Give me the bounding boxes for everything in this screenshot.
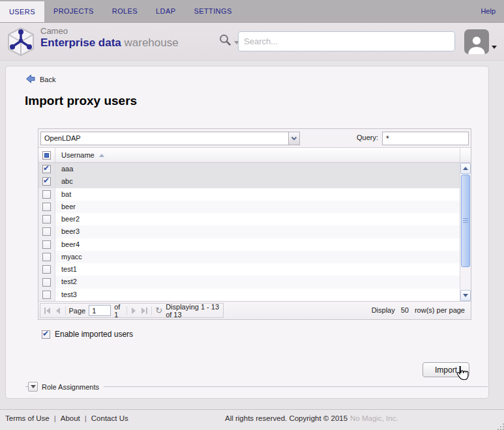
- last-page-button[interactable]: [141, 306, 148, 315]
- terms-of-use-link[interactable]: Terms of Use: [5, 414, 50, 422]
- chevron-down-icon: [291, 136, 297, 141]
- import-button[interactable]: Import: [422, 362, 469, 377]
- row-checkbox-cell: [38, 213, 55, 225]
- first-page-button[interactable]: [44, 306, 51, 315]
- row-checkbox-cell: [38, 163, 55, 175]
- row-checkbox[interactable]: [42, 253, 51, 261]
- table-row[interactable]: beer: [38, 201, 460, 213]
- back-link[interactable]: Back: [25, 74, 55, 85]
- row-checkbox[interactable]: [42, 278, 51, 287]
- row-checkbox-cell: [38, 289, 55, 301]
- collapse-caret-down-icon: [31, 385, 36, 388]
- user-menu-caret-down-icon: [492, 46, 497, 49]
- ldap-source-select[interactable]: OpenLDAP: [40, 132, 300, 145]
- table-row[interactable]: bat: [38, 188, 460, 201]
- company-link[interactable]: No Magic, Inc.: [350, 414, 398, 422]
- role-assignments-section: Role Assignments: [25, 382, 488, 392]
- scrollbar-thumb[interactable]: [461, 175, 470, 267]
- row-checkbox[interactable]: [42, 177, 51, 186]
- row-checkbox-cell: [38, 263, 55, 276]
- toolbar-separator: [151, 306, 152, 315]
- row-checkbox-cell: [38, 175, 55, 188]
- nav-tab-users[interactable]: USERS: [0, 1, 44, 22]
- top-navigation: USERS PROJECTS ROLES LDAP SETTINGS Help: [0, 0, 504, 23]
- enable-imported-users-label: Enable imported users: [55, 330, 133, 339]
- row-username: beer4: [55, 238, 460, 251]
- row-checkbox[interactable]: [42, 265, 51, 274]
- page-size-value[interactable]: 50: [401, 306, 409, 314]
- grid-rows: aaa abc bat beer: [38, 163, 460, 301]
- table-row[interactable]: beer2: [38, 213, 460, 225]
- app-window: USERS PROJECTS ROLES LDAP SETTINGS Help …: [0, 0, 504, 430]
- display-label: Display: [372, 306, 395, 314]
- refresh-icon[interactable]: ↻: [155, 306, 162, 315]
- user-menu-button[interactable]: [464, 29, 497, 54]
- enable-imported-users-checkbox[interactable]: [42, 330, 50, 339]
- page-size-control: Display50row(s) per page: [372, 302, 465, 319]
- scroll-up-button[interactable]: [460, 163, 471, 174]
- help-link[interactable]: Help: [472, 0, 504, 22]
- user-avatar-icon: [464, 29, 489, 54]
- copyright-text: All rights reserved. Copyright © 2015No …: [225, 414, 398, 422]
- back-label: Back: [40, 76, 55, 83]
- cameo-logo-icon[interactable]: [5, 26, 37, 57]
- search-input[interactable]: [238, 31, 455, 51]
- table-row[interactable]: beer3: [38, 225, 460, 238]
- row-checkbox[interactable]: [42, 215, 51, 223]
- next-page-button[interactable]: [130, 306, 138, 315]
- row-checkbox[interactable]: [42, 291, 51, 299]
- copyright-label: All rights reserved. Copyright © 2015: [225, 414, 348, 422]
- enable-imported-users-row: Enable imported users: [42, 330, 133, 339]
- rows-per-page-label: row(s) per page: [415, 306, 465, 314]
- brand-text: Cameo Enterprise data warehouse: [40, 27, 179, 48]
- table-row[interactable]: myacc: [38, 251, 460, 263]
- row-checkbox[interactable]: [42, 190, 51, 199]
- contact-us-link[interactable]: Contact Us: [91, 414, 128, 422]
- ldap-source-value: OpenLDAP: [41, 132, 288, 145]
- table-row[interactable]: beer4: [38, 238, 460, 251]
- search-options-button[interactable]: [219, 34, 239, 49]
- table-row[interactable]: test3: [38, 289, 460, 301]
- about-link[interactable]: About: [61, 414, 80, 422]
- query-label: Query:: [357, 134, 378, 141]
- nav-tab-settings[interactable]: SETTINGS: [185, 0, 241, 22]
- page-of-label: of 1: [114, 303, 123, 319]
- scroll-down-button[interactable]: [460, 290, 471, 301]
- row-checkbox[interactable]: [42, 227, 51, 236]
- row-checkbox-cell: [38, 238, 55, 251]
- page-number-input[interactable]: [89, 305, 111, 316]
- brand-warehouse: warehouse: [125, 36, 179, 49]
- table-row[interactable]: abc: [38, 175, 460, 188]
- row-checkbox[interactable]: [42, 203, 51, 211]
- resize-grip[interactable]: [500, 426, 501, 427]
- vertical-scrollbar[interactable]: [460, 163, 471, 301]
- table-row[interactable]: aaa: [38, 163, 460, 175]
- search-icon: [219, 34, 231, 49]
- row-username: aaa: [55, 163, 460, 175]
- prev-page-button[interactable]: [54, 306, 61, 315]
- row-username: beer3: [55, 225, 460, 238]
- sort-ascending-icon: [99, 154, 104, 157]
- row-checkbox-cell: [38, 201, 55, 213]
- select-all-checkbox-cell[interactable]: [38, 148, 55, 162]
- nav-tab-ldap[interactable]: LDAP: [147, 0, 185, 22]
- grid-body: aaa abc bat beer: [38, 163, 471, 301]
- row-checkbox[interactable]: [42, 165, 51, 173]
- row-checkbox[interactable]: [42, 240, 51, 249]
- proxy-users-grid: OpenLDAP Query: Username: [38, 128, 471, 320]
- scroll-up-icon: [463, 167, 468, 170]
- ldap-source-dropdown-button[interactable]: [288, 132, 299, 145]
- select-all-checkbox[interactable]: [42, 151, 51, 160]
- back-arrow-icon: [25, 74, 35, 85]
- grid-header-row: Username: [38, 148, 471, 163]
- nav-tab-projects[interactable]: PROJECTS: [44, 0, 103, 22]
- query-input[interactable]: [382, 132, 469, 145]
- role-assignments-label[interactable]: Role Assignments: [42, 383, 99, 391]
- username-column-header[interactable]: Username: [55, 148, 460, 162]
- footer-separator: |: [85, 414, 87, 422]
- table-row[interactable]: test1: [38, 263, 460, 276]
- toolbar-separator: [65, 306, 66, 315]
- role-assignments-toggle-button[interactable]: [28, 382, 38, 392]
- nav-tab-roles[interactable]: ROLES: [103, 0, 147, 22]
- table-row[interactable]: test2: [38, 276, 460, 288]
